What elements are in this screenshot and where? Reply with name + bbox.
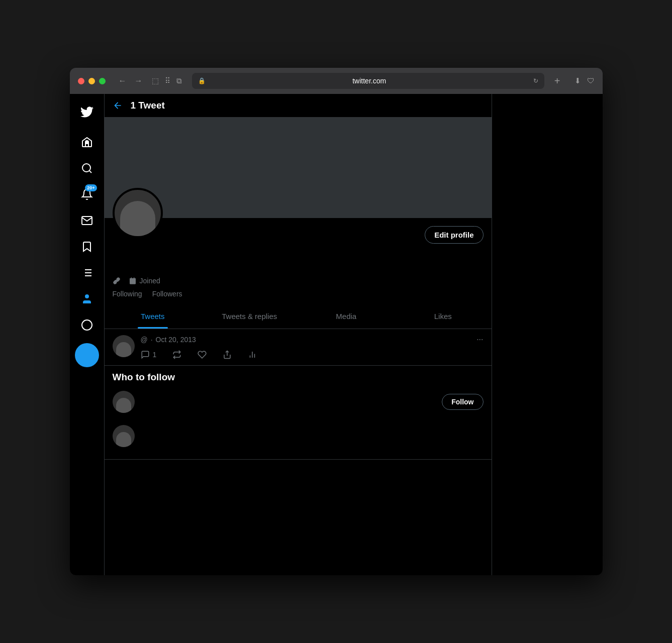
sidebar-item-lists[interactable]: [75, 261, 99, 285]
following-label: Following: [113, 290, 142, 298]
nav-buttons: ← →: [116, 74, 146, 87]
tweet-body: @ · Oct 20, 2013 ··· 1: [141, 335, 484, 359]
tab-icon[interactable]: ⧉: [176, 76, 182, 85]
profile-avatar-container: [113, 188, 163, 238]
tab-likes[interactable]: Likes: [395, 304, 492, 329]
profile-banner: [105, 118, 492, 218]
analytics-button[interactable]: [248, 350, 257, 359]
share-button[interactable]: [223, 350, 232, 359]
tab-tweets-replies[interactable]: Tweets & replies: [201, 304, 298, 329]
svg-line-2: [89, 171, 91, 173]
lock-icon: 🔒: [198, 77, 206, 84]
close-button[interactable]: [78, 78, 84, 84]
like-button[interactable]: [198, 350, 207, 359]
pocket-icon[interactable]: 🛡: [587, 76, 595, 85]
address-bar[interactable]: 🔒 twitter.com ↻: [192, 73, 544, 89]
download-icon[interactable]: ⬇: [574, 76, 581, 85]
tab-tweets[interactable]: Tweets: [105, 304, 202, 329]
reply-button[interactable]: 1: [141, 350, 157, 359]
follow-avatar-silhouette-2: [116, 432, 131, 447]
reload-icon[interactable]: ↻: [533, 77, 538, 84]
forward-nav-button[interactable]: →: [132, 74, 146, 87]
header-info: 1 Tweet: [131, 100, 165, 111]
joined-label: Joined: [140, 277, 160, 285]
sidebar-item-explore[interactable]: [75, 156, 99, 180]
follow-suggestion-1: Follow: [113, 385, 484, 419]
notification-badge: 20+: [85, 184, 97, 191]
main-content: 1 Tweet Edit profile: [104, 94, 492, 575]
grid-icon[interactable]: ⠿: [165, 76, 170, 85]
who-to-follow-title: Who to follow: [113, 372, 484, 383]
profile-header: 1 Tweet: [105, 94, 492, 118]
retweet-button[interactable]: [172, 350, 181, 359]
tweet-actions: 1: [141, 350, 484, 359]
sidebar-item-profile[interactable]: [75, 287, 99, 311]
minimize-button[interactable]: [88, 78, 95, 84]
profile-tabs: Tweets Tweets & replies Media Likes: [105, 304, 492, 329]
tweet-more-button[interactable]: ···: [476, 335, 483, 344]
reply-count: 1: [153, 351, 157, 359]
browser-toolbar-icons: ⬚ ⠿ ⧉: [152, 76, 182, 85]
tweet-separator: ·: [151, 336, 153, 344]
svg-point-1: [82, 164, 90, 172]
compose-button[interactable]: [75, 343, 99, 367]
svg-rect-14: [130, 278, 136, 284]
follow-avatar-1: [113, 391, 135, 413]
followers-label: Followers: [152, 290, 182, 298]
follow-avatar-silhouette-1: [116, 398, 131, 413]
tweet-item: @ · Oct 20, 2013 ··· 1: [105, 329, 492, 366]
profile-stats: Following Followers: [113, 290, 484, 298]
avatar-silhouette: [120, 201, 155, 236]
svg-point-0: [85, 140, 89, 144]
tweet-handle: @: [141, 336, 148, 344]
follow-avatar-2: [113, 425, 135, 447]
sidebar-item-messages[interactable]: [75, 208, 99, 233]
tweet-count-label: 1 Tweet: [131, 100, 165, 111]
edit-profile-button[interactable]: Edit profile: [425, 226, 483, 244]
tweet-meta: @ · Oct 20, 2013 ···: [141, 335, 484, 344]
svg-point-9: [85, 294, 89, 298]
url-text: twitter.com: [210, 77, 529, 85]
sidebar-toggle-icon[interactable]: ⬚: [152, 76, 159, 85]
profile-avatar: [113, 188, 163, 238]
browser-window: ← → ⬚ ⠿ ⧉ 🔒 twitter.com ↻ + ⬇ 🛡: [70, 68, 603, 575]
sidebar-item-twitter-logo[interactable]: [75, 100, 99, 124]
new-tab-button[interactable]: +: [550, 75, 564, 87]
traffic-lights: [78, 78, 106, 84]
link-meta-item: [113, 277, 121, 285]
joined-meta-item: Joined: [129, 277, 160, 285]
maximize-button[interactable]: [99, 78, 106, 84]
sidebar-item-home[interactable]: [75, 130, 99, 154]
browser-right-icons: ⬇ 🛡: [574, 76, 595, 85]
sidebar-item-more[interactable]: [75, 313, 99, 337]
follow-suggestion-2: [113, 419, 484, 453]
sidebar-item-bookmarks[interactable]: [75, 235, 99, 259]
follow-button-1[interactable]: Follow: [442, 394, 483, 410]
browser-content: 20+: [70, 94, 603, 575]
tweet-avatar-silhouette: [116, 342, 131, 357]
right-panel: [492, 94, 603, 575]
tab-media[interactable]: Media: [298, 304, 395, 329]
followers-stat[interactable]: Followers: [152, 290, 182, 298]
profile-info: Joined Following Followers: [105, 270, 492, 304]
back-nav-button[interactable]: ←: [116, 74, 130, 87]
sidebar-item-notifications[interactable]: 20+: [75, 182, 99, 206]
twitter-sidebar: 20+: [70, 94, 104, 575]
profile-meta: Joined: [113, 277, 484, 285]
who-to-follow-section: Who to follow Follow: [105, 366, 492, 460]
back-button[interactable]: [113, 100, 123, 111]
browser-chrome: ← → ⬚ ⠿ ⧉ 🔒 twitter.com ↻ + ⬇ 🛡: [70, 68, 603, 94]
tweet-avatar: [113, 335, 135, 357]
following-stat[interactable]: Following: [113, 290, 142, 298]
tweet-date: Oct 20, 2013: [156, 336, 196, 344]
